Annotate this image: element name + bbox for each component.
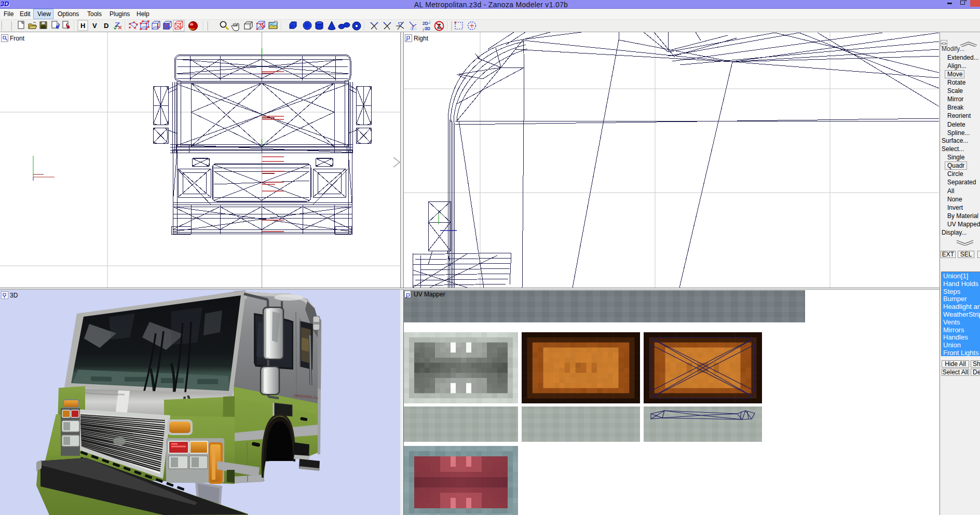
svg-text:H: H xyxy=(80,22,85,30)
svg-text:2D┘: 2D┘ xyxy=(423,21,431,26)
svg-text:3D: 3D xyxy=(10,292,18,299)
svg-text:D: D xyxy=(104,22,108,30)
svg-text:Front: Front xyxy=(10,35,25,42)
svg-text:┌3D: ┌3D xyxy=(421,26,430,32)
svg-text:Right: Right xyxy=(414,35,429,42)
svg-text:V: V xyxy=(92,22,97,30)
